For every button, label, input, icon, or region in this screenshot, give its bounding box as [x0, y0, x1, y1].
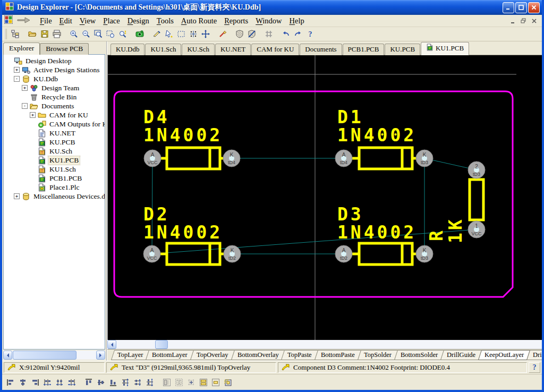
collapse-icon[interactable]: -	[14, 76, 20, 82]
mdi-minimize-button[interactable]	[508, 17, 517, 25]
scroll-thumb[interactable]	[13, 351, 76, 360]
component-D3[interactable]: D31N4002AtD2KtD3	[335, 204, 433, 265]
tree-item-place1-plc[interactable]: Place1.Plc	[5, 183, 105, 192]
arrange-room-button[interactable]	[160, 376, 173, 388]
app-icon[interactable]	[5, 2, 14, 13]
tree-item-miscellaneous-devices-ddb[interactable]: +Miscellaneous Devices.ddb	[5, 192, 105, 201]
help-button[interactable]: ?	[304, 28, 316, 40]
grid-toggle-button[interactable]	[262, 28, 275, 40]
document-tab-documents[interactable]: Documents	[300, 44, 342, 55]
tree-item-recycle-bin[interactable]: Recycle Bin	[5, 92, 105, 101]
shield-button[interactable]	[233, 28, 245, 40]
move-to-grid-button[interactable]	[185, 376, 197, 388]
tree-item-ku-ddb[interactable]: -KU.Ddb	[5, 74, 105, 83]
save-button[interactable]	[38, 28, 50, 40]
tree-item-cam-outputs-for-ku[interactable]: CAM Outputs for KU	[5, 120, 105, 129]
expand-icon[interactable]: +	[14, 67, 20, 73]
collapse-icon[interactable]: -	[22, 103, 28, 109]
scroll-right-button[interactable]	[96, 351, 105, 360]
layer-tab-topoverlay[interactable]: TopOverlay	[190, 350, 235, 360]
menu-help[interactable]: Help	[286, 16, 308, 26]
panel-tab-explorer[interactable]: Explorer	[3, 42, 40, 55]
tree-item-active-design-stations[interactable]: +Active Design Stations	[5, 65, 105, 74]
cross-move-button[interactable]	[199, 28, 211, 40]
layer-tab-bottomoverlay[interactable]: BottomOverlay	[231, 350, 285, 360]
distribute-bottom-button[interactable]	[143, 376, 156, 388]
undo-button[interactable]	[279, 28, 292, 40]
component-D4[interactable]: D41N4002AVCCKtD4	[143, 107, 240, 169]
document-tab-ku-sch[interactable]: KU.Sch	[182, 44, 215, 55]
document-tab-ku1-pcb[interactable]: KU1.PCB	[421, 42, 469, 55]
pad-D4-K[interactable]: KtD4	[223, 150, 240, 167]
component-D1[interactable]: D11N4002AtD4KtD3	[335, 107, 433, 169]
document-tab-ku-net[interactable]: KU.NET	[215, 44, 251, 55]
tree-item-documents[interactable]: -Documents	[5, 101, 105, 110]
mdi-close-button[interactable]	[530, 17, 539, 25]
pad-D4-A[interactable]: AVCC	[144, 150, 161, 167]
distribute-top-button[interactable]	[119, 376, 131, 388]
layer-tab-bottompaste[interactable]: BottomPaste	[314, 350, 361, 360]
menu-view[interactable]: View	[76, 16, 100, 26]
layer-tab-toppaste[interactable]: TopPaste	[281, 350, 318, 360]
expand-icon[interactable]: +	[14, 193, 20, 199]
document-tab-ku1-sch[interactable]: KU1.Sch	[145, 44, 181, 55]
menu-reports[interactable]: Reports	[220, 16, 252, 26]
document-tab-cam-for-ku[interactable]: CAM for KU	[251, 44, 299, 55]
zoom-out-button[interactable]	[80, 28, 92, 40]
pad-R-2[interactable]: 2tD3	[468, 161, 485, 178]
pad-D3-A[interactable]: AtD2	[335, 245, 352, 262]
redo-button[interactable]	[292, 28, 304, 40]
pad-D1-K[interactable]: KtD3	[416, 150, 433, 167]
menu-place[interactable]: Place	[99, 16, 123, 26]
tree-item-cam-for-ku[interactable]: +CAM for KU	[5, 110, 105, 120]
tree-item-ku1-sch[interactable]: KU1.Sch	[5, 165, 105, 174]
minimize-button[interactable]	[503, 2, 514, 13]
distribute-center-button[interactable]	[53, 376, 65, 388]
board-view-button[interactable]	[133, 28, 146, 40]
layer-tab-drillguide[interactable]: DrillGuide	[440, 350, 482, 360]
zoom-point-button[interactable]	[116, 28, 129, 40]
canvas-hscrollbar[interactable]	[107, 340, 544, 349]
layer-tab-topsolder[interactable]: TopSolder	[358, 350, 398, 360]
scroll-left-button[interactable]	[107, 340, 116, 349]
expand-icon[interactable]: +	[22, 85, 28, 91]
pcb-drawing[interactable]: D41N4002AVCCKtD4D11N4002AtD4KtD3D21N4002…	[108, 55, 516, 340]
pad-R-1[interactable]: 1VCC	[468, 221, 485, 238]
zoom-area-button[interactable]	[104, 28, 116, 40]
tree-item-ku-sch[interactable]: KU.Sch	[5, 147, 105, 156]
wand-button[interactable]	[216, 28, 228, 40]
tree-item-design-desktop[interactable]: Design Desktop	[5, 56, 105, 65]
select-area-button[interactable]	[175, 28, 187, 40]
tree-item-design-team[interactable]: +Design Team	[5, 83, 105, 92]
arrange-outside-button[interactable]	[209, 376, 222, 388]
component-R[interactable]: R1K2tD31VCC	[426, 161, 485, 243]
zoom-window-button[interactable]	[92, 28, 104, 40]
tree-item-ku1-pcb[interactable]: KU1.PCB	[5, 156, 105, 165]
menu-edit[interactable]: Edit	[56, 16, 76, 26]
tree-item-ku-pcb[interactable]: KU.PCB	[5, 138, 105, 147]
pad-D2-A[interactable]: AVCC	[143, 245, 160, 262]
layer-tab-bottomlayer[interactable]: BottomLayer	[146, 350, 194, 360]
zoom-in-button[interactable]	[67, 28, 80, 40]
status-help-button[interactable]: ?	[529, 362, 540, 373]
mdi-restore-button[interactable]	[519, 17, 528, 25]
maximize-button[interactable]	[515, 2, 527, 13]
tree-view-button[interactable]	[9, 28, 21, 40]
pcb-canvas[interactable]: D41N4002AVCCKtD4D11N4002AtD4KtD3D21N4002…	[107, 55, 544, 340]
panel-tab-browse-pcb[interactable]: Browse PCB	[40, 43, 89, 55]
tree-item-ku-net[interactable]: KU.NET	[5, 129, 105, 138]
align-top-button[interactable]	[82, 376, 95, 388]
arrange-components-button[interactable]	[197, 376, 209, 388]
document-tab-ku-ddb[interactable]: KU.Ddb	[110, 44, 144, 55]
center-vertical-button[interactable]	[95, 376, 107, 388]
document-tab-ku-pcb[interactable]: KU.PCB	[385, 44, 420, 55]
menu-tools[interactable]: Tools	[153, 16, 177, 26]
interactive-placement-button[interactable]	[222, 376, 234, 388]
knife-button[interactable]	[150, 28, 163, 40]
pointer-button[interactable]	[163, 28, 175, 40]
component-D2[interactable]: D21N4002AVCCKtD2	[143, 204, 241, 265]
menu-design[interactable]: Design	[124, 16, 153, 26]
arrange-rect-button[interactable]	[173, 376, 185, 388]
pad-D2-K[interactable]: KtD2	[224, 245, 241, 262]
align-right-button[interactable]	[29, 376, 41, 388]
